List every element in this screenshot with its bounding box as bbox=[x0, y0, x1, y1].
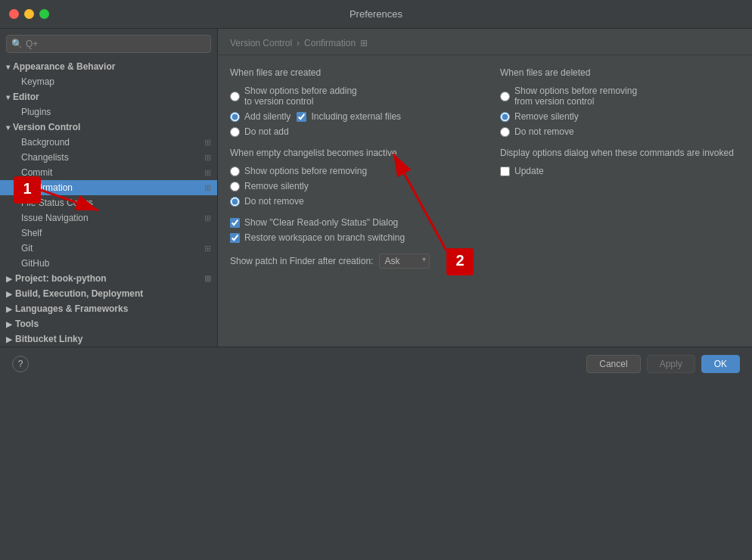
sidebar: 🔍 Q+ ▾Appearance & Behavior Keymap ▾Edit… bbox=[0, 29, 218, 347]
settings-icon-project: ⊞ bbox=[204, 274, 211, 284]
show-patch-dropdown-wrap[interactable]: Ask Always Never bbox=[379, 254, 430, 269]
search-placeholder: Q+ bbox=[26, 39, 38, 49]
show-patch-row: Show patch in Finder after creation: Ask… bbox=[230, 254, 470, 269]
settings-icon-confirmation: ⊞ bbox=[204, 183, 211, 193]
ok-button[interactable]: OK bbox=[701, 355, 740, 373]
minimize-button[interactable] bbox=[24, 9, 34, 19]
restore-workspace-input[interactable] bbox=[230, 233, 240, 243]
show-options-add-input[interactable] bbox=[230, 92, 240, 101]
breadcrumb-separator: › bbox=[297, 38, 300, 48]
sidebar-item-keymap[interactable]: Keymap bbox=[0, 74, 217, 89]
chevron-down-icon: ▾ bbox=[6, 63, 10, 71]
chevron-right-bitbucket: ▶ bbox=[6, 335, 12, 344]
show-options-removing-input[interactable] bbox=[230, 166, 240, 176]
sidebar-item-plugins[interactable]: Plugins bbox=[0, 104, 217, 120]
remove-silently-input[interactable] bbox=[500, 112, 510, 122]
restore-workspace-checkbox[interactable]: Restore workspace on branch switching bbox=[230, 232, 470, 243]
do-not-remove-changelist-radio[interactable]: Do not remove bbox=[230, 196, 470, 207]
sidebar-item-build[interactable]: ▶Build, Execution, Deployment bbox=[0, 286, 217, 301]
including-external-input[interactable] bbox=[297, 112, 306, 122]
extra-checkboxes: Show "Clear Read-only Status" Dialog Res… bbox=[230, 217, 470, 243]
cancel-button[interactable]: Cancel bbox=[586, 355, 640, 373]
window-title: Preferences bbox=[350, 8, 402, 20]
sidebar-item-file-status-colors[interactable]: File Status Colors bbox=[0, 195, 217, 210]
sidebar-item-bitbucket[interactable]: ▶Bitbucket Linky bbox=[0, 331, 217, 347]
settings-icon-changelists: ⊞ bbox=[204, 153, 211, 163]
do-not-add-radio[interactable]: Do not add bbox=[230, 126, 470, 137]
update-input[interactable] bbox=[500, 166, 510, 176]
remove-silently-changelist-input[interactable] bbox=[230, 182, 240, 191]
sidebar-item-confirmation[interactable]: Confirmation ⊞ bbox=[0, 180, 217, 195]
chevron-right-tools: ▶ bbox=[6, 320, 12, 328]
show-options-remove-radio[interactable]: Show options before removing from versio… bbox=[500, 86, 740, 107]
settings-panel: When files are created Show options befo… bbox=[218, 55, 752, 347]
sidebar-item-appearance[interactable]: ▾Appearance & Behavior bbox=[0, 59, 217, 74]
show-patch-select[interactable]: Ask Always Never bbox=[379, 254, 430, 269]
left-column: When files are created Show options befo… bbox=[230, 67, 470, 334]
search-icon: 🔍 bbox=[11, 39, 23, 49]
remove-silently-radio[interactable]: Remove silently bbox=[500, 111, 740, 122]
sidebar-item-git[interactable]: Git ⊞ bbox=[0, 241, 217, 256]
sidebar-item-github[interactable]: GitHub bbox=[0, 256, 217, 271]
settings-icon-git: ⊞ bbox=[204, 244, 211, 254]
update-checkbox[interactable]: Update bbox=[500, 166, 740, 176]
show-options-add-radio[interactable]: Show options before adding to version co… bbox=[230, 86, 470, 107]
show-clear-readonly-checkbox[interactable]: Show "Clear Read-only Status" Dialog bbox=[230, 217, 470, 228]
sidebar-item-project[interactable]: ▶Project: book-python ⊞ bbox=[0, 271, 217, 286]
do-not-remove-input[interactable] bbox=[500, 127, 510, 137]
content-area: Version Control › Confirmation ⊞ When fi… bbox=[218, 29, 752, 347]
display-checkboxes: Update bbox=[500, 166, 740, 176]
add-silently-input[interactable] bbox=[230, 112, 240, 122]
display-section-title: Display options dialog when these comman… bbox=[500, 148, 740, 158]
sidebar-item-editor[interactable]: ▾Editor bbox=[0, 89, 217, 104]
do-not-remove-radio[interactable]: Do not remove bbox=[500, 126, 740, 137]
breadcrumb-link-icon: ⊞ bbox=[360, 38, 368, 48]
do-not-add-input[interactable] bbox=[230, 127, 240, 137]
show-clear-readonly-input[interactable] bbox=[230, 218, 240, 228]
show-options-removing-radio[interactable]: Show options before removing bbox=[230, 166, 470, 176]
changelist-section: When empty changelist becomes inactive S… bbox=[230, 148, 470, 207]
sidebar-item-languages[interactable]: ▶Languages & Frameworks bbox=[0, 301, 217, 316]
help-button[interactable]: ? bbox=[12, 356, 29, 372]
maximize-button[interactable] bbox=[39, 9, 49, 19]
window-controls[interactable] bbox=[9, 9, 49, 19]
chevron-right-project: ▶ bbox=[6, 275, 12, 283]
settings-icon-background: ⊞ bbox=[204, 138, 211, 148]
created-section-title: When files are created bbox=[230, 67, 470, 78]
chevron-right-icon: ▾ bbox=[6, 93, 10, 101]
deleted-radio-group: Show options before removing from versio… bbox=[500, 86, 740, 137]
display-section: Display options dialog when these comman… bbox=[500, 148, 740, 176]
sidebar-item-shelf[interactable]: Shelf bbox=[0, 226, 217, 241]
add-silently-row: Add silently Including external files bbox=[230, 111, 470, 122]
show-options-remove-input[interactable] bbox=[500, 92, 510, 101]
including-external-checkbox[interactable]: Including external files bbox=[297, 111, 401, 122]
chevron-right-build: ▶ bbox=[6, 290, 12, 298]
settings-icon-issue: ⊞ bbox=[204, 213, 211, 223]
sidebar-item-commit[interactable]: Commit ⊞ bbox=[0, 165, 217, 180]
chevron-right-lang: ▶ bbox=[6, 305, 12, 313]
chevron-down-icon-vc: ▾ bbox=[6, 123, 10, 132]
deleted-section-title: When files are deleted bbox=[500, 67, 740, 78]
sidebar-item-tools[interactable]: ▶Tools bbox=[0, 316, 217, 331]
breadcrumb: Version Control › Confirmation ⊞ bbox=[218, 29, 752, 55]
footer: ? Cancel Apply OK bbox=[0, 347, 752, 380]
breadcrumb-current: Confirmation bbox=[304, 38, 356, 48]
sidebar-item-background[interactable]: Background ⊞ bbox=[0, 135, 217, 150]
changelist-section-title: When empty changelist becomes inactive bbox=[230, 148, 470, 158]
close-button[interactable] bbox=[9, 9, 19, 19]
settings-icon-commit: ⊞ bbox=[204, 168, 211, 178]
sidebar-item-version-control[interactable]: ▾Version Control bbox=[0, 120, 217, 135]
do-not-remove-changelist-input[interactable] bbox=[230, 197, 240, 207]
add-silently-radio[interactable]: Add silently bbox=[230, 111, 291, 122]
main-container: 🔍 Q+ ▾Appearance & Behavior Keymap ▾Edit… bbox=[0, 29, 752, 347]
changelist-radio-group: Show options before removing Remove sile… bbox=[230, 166, 470, 207]
breadcrumb-path: Version Control bbox=[230, 38, 292, 48]
sidebar-item-changelists[interactable]: Changelists ⊞ bbox=[0, 150, 217, 165]
apply-button[interactable]: Apply bbox=[647, 355, 695, 373]
sidebar-item-issue-navigation[interactable]: Issue Navigation ⊞ bbox=[0, 210, 217, 226]
right-column: When files are deleted Show options befo… bbox=[500, 67, 740, 334]
show-patch-label: Show patch in Finder after creation: bbox=[230, 256, 373, 266]
remove-silently-changelist-radio[interactable]: Remove silently bbox=[230, 181, 470, 191]
search-box[interactable]: 🔍 Q+ bbox=[6, 35, 211, 53]
created-radio-group: Show options before adding to version co… bbox=[230, 86, 470, 137]
